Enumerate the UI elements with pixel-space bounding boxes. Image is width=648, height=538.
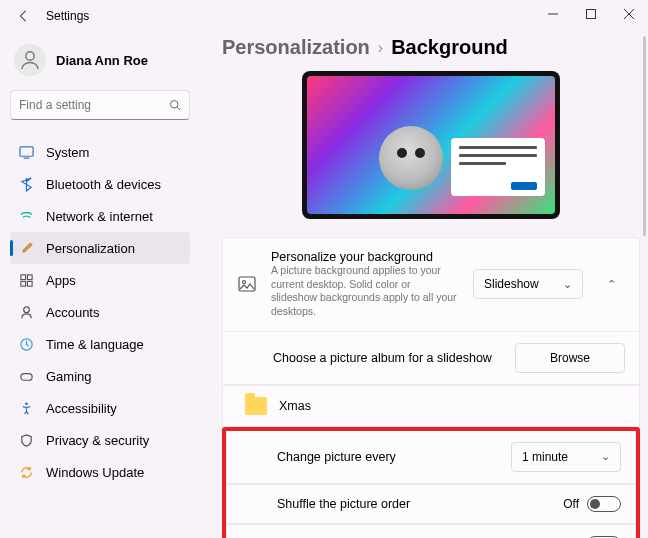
dropdown-value: 1 minute [522,450,568,464]
sidebar: Diana Ann Roe System Bluetooth & devices… [0,32,200,538]
album-row: Choose a picture album for a slideshow B… [222,331,640,385]
folder-name: Xmas [279,399,311,413]
main-content: Personalization › Background Personalize… [200,32,648,538]
back-button[interactable] [8,0,40,32]
nav-privacy[interactable]: Privacy & security [10,424,190,456]
breadcrumb-parent[interactable]: Personalization [222,36,370,59]
nav-label: Personalization [46,241,135,256]
window-controls [534,0,648,28]
picture-icon [237,275,257,293]
interval-dropdown[interactable]: 1 minute ⌄ [511,442,621,472]
svg-rect-9 [20,281,25,286]
highlighted-settings: Change picture every 1 minute ⌄ Shuffle … [222,427,640,538]
personalize-background-card[interactable]: Personalize your background A picture ba… [222,237,640,331]
svg-point-3 [171,101,179,109]
change-interval-row: Change picture every 1 minute ⌄ [226,431,636,484]
nav-label: Windows Update [46,465,144,480]
dropdown-value: Slideshow [484,277,539,291]
nav-label: Bluetooth & devices [46,177,161,192]
svg-rect-7 [20,274,25,279]
nav-label: Network & internet [46,209,153,224]
svg-line-4 [177,107,180,110]
preview-subject [379,126,443,190]
page-title: Background [391,36,508,59]
maximize-icon [586,9,596,19]
svg-rect-5 [19,146,32,155]
search-input[interactable] [19,98,169,112]
battery-row: Let slideshow run even if I'm on battery… [226,524,636,538]
nav-list: System Bluetooth & devices Network & int… [10,136,190,488]
nav-accounts[interactable]: Accounts [10,296,190,328]
arrow-left-icon [17,9,31,23]
svg-rect-15 [239,277,255,291]
nav-label: Accessibility [46,401,117,416]
chevron-down-icon: ⌄ [601,450,610,463]
minimize-icon [548,9,558,19]
search-icon [169,98,181,112]
close-icon [624,9,634,19]
nav-label: Time & language [46,337,144,352]
setting-label: Choose a picture album for a slideshow [273,351,503,365]
gaming-icon [18,368,34,384]
svg-rect-13 [20,373,31,380]
browse-button[interactable]: Browse [515,343,625,373]
setting-label: Shuffle the picture order [277,497,551,511]
album-folder-row[interactable]: Xmas [222,385,640,427]
chevron-up-icon: ⌃ [607,278,616,291]
background-type-dropdown[interactable]: Slideshow ⌄ [473,269,583,299]
nav-personalization[interactable]: Personalization [10,232,190,264]
setting-description: A picture background applies to your cur… [271,264,459,319]
svg-point-11 [23,306,29,312]
svg-point-14 [25,402,28,405]
nav-time[interactable]: Time & language [10,328,190,360]
nav-update[interactable]: Windows Update [10,456,190,488]
bluetooth-icon [18,176,34,192]
window-title: Settings [46,9,89,23]
nav-gaming[interactable]: Gaming [10,360,190,392]
accounts-icon [18,304,34,320]
chevron-right-icon: › [378,39,383,57]
chevron-down-icon: ⌄ [563,278,572,291]
minimize-button[interactable] [534,0,572,28]
preview-image [307,76,555,214]
background-preview [302,71,560,219]
user-profile[interactable]: Diana Ann Roe [10,38,190,90]
apps-icon [18,272,34,288]
setting-title: Personalize your background [271,250,459,264]
svg-rect-10 [27,281,32,286]
nav-label: Apps [46,273,76,288]
accessibility-icon [18,400,34,416]
folder-icon [245,397,267,415]
breadcrumb: Personalization › Background [222,36,640,59]
close-button[interactable] [610,0,648,28]
avatar [14,44,46,76]
nav-label: System [46,145,89,160]
brush-icon [18,240,34,256]
nav-bluetooth[interactable]: Bluetooth & devices [10,168,190,200]
svg-point-2 [26,52,34,60]
svg-rect-1 [587,10,596,19]
titlebar: Settings [0,0,648,32]
nav-label: Accounts [46,305,99,320]
search-box[interactable] [10,90,190,120]
user-name: Diana Ann Roe [56,53,148,68]
shield-icon [18,432,34,448]
svg-rect-8 [27,274,32,279]
toggle-state: Off [563,497,579,511]
system-icon [18,144,34,160]
user-icon [18,48,42,72]
nav-accessibility[interactable]: Accessibility [10,392,190,424]
nav-network[interactable]: Network & internet [10,200,190,232]
clock-icon [18,336,34,352]
maximize-button[interactable] [572,0,610,28]
update-icon [18,464,34,480]
nav-label: Gaming [46,369,92,384]
wifi-icon [18,208,34,224]
nav-label: Privacy & security [46,433,149,448]
nav-system[interactable]: System [10,136,190,168]
svg-point-16 [243,281,246,284]
scrollbar[interactable] [643,36,646,236]
collapse-button[interactable]: ⌃ [597,270,625,298]
nav-apps[interactable]: Apps [10,264,190,296]
shuffle-toggle[interactable] [587,496,621,512]
